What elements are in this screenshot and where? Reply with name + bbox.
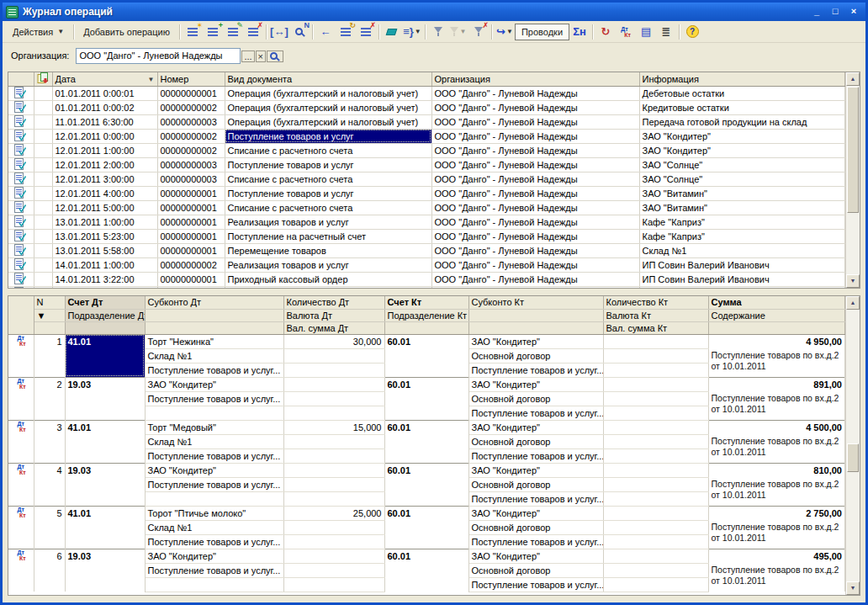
status-cell[interactable] bbox=[34, 157, 52, 172]
credit-subconto-cell[interactable]: ЗАО "Кондитер" bbox=[468, 420, 603, 434]
debit-account-cell[interactable]: 19.03 bbox=[65, 463, 145, 506]
debit-quantity-cell[interactable] bbox=[283, 491, 384, 506]
doc-type-cell[interactable]: Списание с расчетного счета bbox=[225, 172, 431, 186]
post-document-icon[interactable]: ↻ bbox=[336, 24, 355, 40]
number-cell[interactable]: 00000000002 bbox=[157, 257, 225, 272]
postings-column-header-dt_subconto[interactable] bbox=[145, 309, 283, 321]
document-icon-cell[interactable] bbox=[8, 243, 34, 257]
table-splitter[interactable] bbox=[3, 289, 865, 295]
status-cell[interactable] bbox=[34, 186, 52, 200]
credit-quantity-cell[interactable] bbox=[603, 448, 708, 463]
credit-subconto-cell[interactable]: Основной договор bbox=[468, 348, 603, 363]
scroll-up-icon[interactable]: ▲ bbox=[846, 72, 860, 86]
number-cell[interactable]: 00000000002 bbox=[157, 143, 225, 157]
delete-row-icon[interactable]: ✗ bbox=[244, 24, 262, 40]
select-list-icon[interactable]: ≡}▼ bbox=[403, 24, 421, 40]
postings-column-header-kt_account[interactable] bbox=[384, 321, 468, 334]
debit-subconto-cell[interactable]: Склад №1 bbox=[145, 520, 283, 534]
postings-column-header-icon[interactable] bbox=[8, 296, 34, 334]
credit-quantity-cell[interactable] bbox=[603, 491, 708, 506]
credit-subconto-cell[interactable]: Поступление товаров и услуг... bbox=[468, 363, 603, 377]
debit-subconto-cell[interactable]: Поступление товаров и услуг... bbox=[145, 448, 283, 463]
document-icon-cell[interactable] bbox=[8, 157, 34, 172]
journal-column-header-icon[interactable] bbox=[8, 72, 34, 86]
date-cell[interactable]: 14.01.2011 1:00:00 bbox=[52, 257, 157, 272]
journal-column-header-doc_type[interactable]: Вид документа bbox=[225, 72, 431, 86]
add-row-icon[interactable]: ✶ bbox=[183, 24, 202, 40]
info-cell[interactable]: Склад №1 bbox=[639, 243, 845, 257]
credit-subconto-cell[interactable]: Поступление товаров и услуг... bbox=[468, 406, 603, 420]
postings-column-header-dt_subconto[interactable] bbox=[145, 321, 283, 334]
credit-subconto-cell[interactable]: ЗАО "Кондитер" bbox=[468, 334, 603, 348]
doc-type-cell[interactable]: Реализация товаров и услуг bbox=[225, 215, 431, 229]
credit-subconto-cell[interactable]: Основной договор bbox=[468, 434, 603, 448]
date-cell[interactable]: 13.01.2011 5:23:00 bbox=[52, 229, 157, 243]
credit-quantity-cell[interactable] bbox=[603, 406, 708, 420]
credit-subconto-cell[interactable]: Поступление товаров и услуг... bbox=[468, 534, 603, 549]
debit-quantity-cell[interactable]: 15,000 bbox=[283, 420, 384, 434]
credit-subconto-cell[interactable]: Поступление товаров и услуг... bbox=[468, 577, 603, 592]
number-cell[interactable]: 00000000001 bbox=[157, 200, 225, 215]
doc-type-cell[interactable]: Перемещение товаров bbox=[225, 243, 431, 257]
debit-subconto-cell[interactable]: Торт "Нежинка" bbox=[145, 334, 283, 348]
document-icon-cell[interactable] bbox=[8, 186, 34, 200]
filter-by-value-icon[interactable]: ▼ bbox=[449, 24, 468, 40]
find-by-number-icon[interactable]: N bbox=[290, 24, 309, 40]
credit-quantity-cell[interactable] bbox=[603, 434, 708, 448]
debit-subconto-cell[interactable]: Поступление товаров и услуг... bbox=[145, 391, 283, 406]
postings-column-header-kt_qty[interactable]: Количество Кт bbox=[603, 296, 708, 309]
credit-subconto-cell[interactable]: Поступление товаров и услуг... bbox=[468, 448, 603, 463]
empty-cell[interactable] bbox=[157, 286, 225, 289]
scroll-down-icon[interactable]: ▼ bbox=[846, 581, 860, 595]
info-cell[interactable]: ЗАО "Кондитер" bbox=[639, 143, 845, 157]
date-cell[interactable]: 11.01.2011 6:30:00 bbox=[52, 114, 157, 129]
help-icon[interactable]: ? bbox=[683, 24, 701, 40]
debit-quantity-cell[interactable] bbox=[283, 549, 384, 563]
org-clear-button[interactable]: × bbox=[256, 50, 266, 62]
doc-type-cell[interactable]: Приходный кассовый ордер bbox=[225, 272, 431, 286]
postings-column-header-kt_qty[interactable]: Валюта Кт bbox=[603, 309, 708, 321]
credit-account-cell[interactable]: 60.01 bbox=[384, 420, 468, 463]
org-cell[interactable]: ООО "Данго" - Луневой Надежды bbox=[431, 129, 639, 143]
debit-subconto-cell[interactable]: Склад №1 bbox=[145, 348, 283, 363]
credit-quantity-cell[interactable] bbox=[603, 520, 708, 534]
dt-kt-icon-cell[interactable]: ДтКт bbox=[8, 420, 34, 463]
clear-filter-icon[interactable]: ✗ bbox=[469, 24, 488, 40]
credit-account-cell[interactable]: 60.01 bbox=[384, 506, 468, 549]
info-cell[interactable]: ЗАО "Солнце" bbox=[639, 157, 845, 172]
document-icon-cell[interactable] bbox=[8, 86, 34, 100]
org-cell[interactable]: ООО "Данго" - Луневой Надежды bbox=[431, 200, 639, 215]
number-cell[interactable]: 00000000002 bbox=[157, 129, 225, 143]
doc-type-cell[interactable]: Списание с расчетного счета bbox=[225, 200, 431, 215]
status-cell[interactable] bbox=[34, 129, 52, 143]
debit-quantity-cell[interactable] bbox=[283, 363, 384, 377]
status-cell[interactable] bbox=[34, 86, 52, 100]
journal-column-header-date[interactable]: Дата▼ bbox=[52, 72, 157, 86]
document-icon-cell[interactable] bbox=[8, 229, 34, 243]
minimize-button[interactable]: _ bbox=[808, 5, 825, 19]
credit-quantity-cell[interactable] bbox=[603, 549, 708, 563]
postings-column-header-dt_qty[interactable]: Вал. сумма Дт bbox=[283, 321, 384, 334]
sum-cell[interactable]: 4 950,00Поступление товаров по вх.д.2 от… bbox=[708, 334, 845, 377]
status-cell[interactable] bbox=[34, 114, 52, 129]
debit-subconto-cell[interactable]: Торот "Птичье молоко" bbox=[145, 506, 283, 520]
status-cell[interactable] bbox=[34, 243, 52, 257]
postings-column-header-kt_qty[interactable]: Вал. сумма Кт bbox=[603, 321, 708, 334]
date-cell[interactable]: 01.01.2011 0:00:02 bbox=[52, 100, 157, 114]
postings-column-header-kt_subconto[interactable]: Субконто Кт bbox=[468, 296, 603, 309]
add-operation-button[interactable]: Добавить операцию bbox=[77, 24, 177, 40]
totals-icon[interactable]: Σн bbox=[570, 24, 589, 40]
output-list-icon[interactable]: ↪▼ bbox=[495, 24, 514, 40]
postings-column-header-dt_account[interactable] bbox=[65, 321, 145, 334]
org-cell[interactable]: ООО "Данго" - Луневой Надежды bbox=[431, 243, 639, 257]
info-cell[interactable]: ЗАО "Солнце" bbox=[639, 172, 845, 186]
debit-quantity-cell[interactable] bbox=[283, 391, 384, 406]
debit-quantity-cell[interactable] bbox=[283, 534, 384, 549]
document-icon-cell[interactable] bbox=[8, 272, 34, 286]
document-icon-cell[interactable] bbox=[8, 172, 34, 186]
debit-subconto-cell[interactable]: Поступление товаров и услуг... bbox=[145, 477, 283, 491]
postings-column-header-dt_account[interactable]: Подразделение Дт bbox=[65, 309, 145, 321]
credit-subconto-cell[interactable]: Поступление товаров и услуг... bbox=[468, 491, 603, 506]
debit-quantity-cell[interactable] bbox=[283, 348, 384, 363]
org-cell[interactable]: ООО "Данго" - Луневой Надежды bbox=[431, 114, 639, 129]
